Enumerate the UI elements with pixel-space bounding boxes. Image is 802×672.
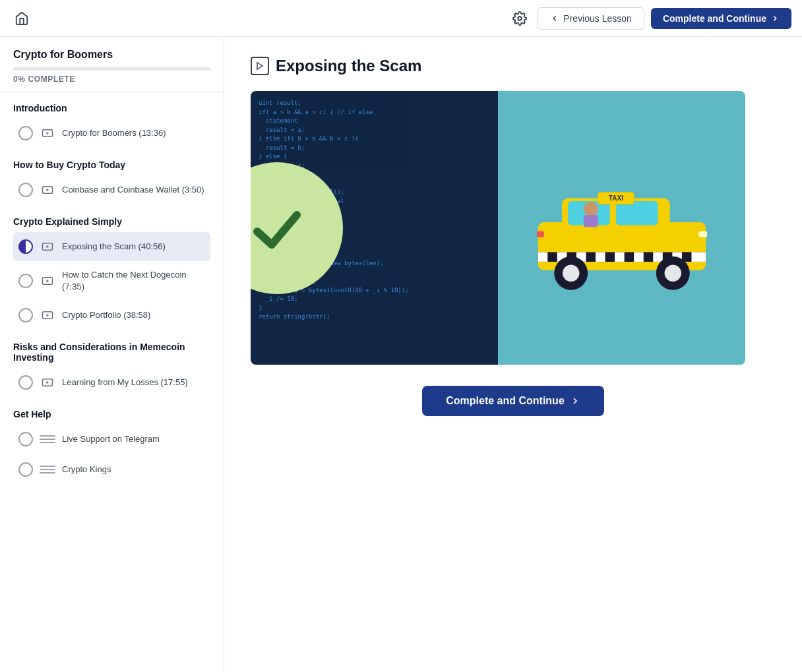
main-layout: Crypto for Boomers 0% COMPLETE Introduct… (0, 37, 802, 672)
video-thumbnail[interactable]: uint result; if( a > b && a > c) { // if… (251, 91, 745, 365)
lesson-label: Crypto Portfolio (38:58) (62, 309, 150, 321)
video-icon (40, 375, 55, 390)
svg-rect-23 (615, 252, 625, 262)
lesson-status-icon (18, 432, 33, 446)
section-title-introduction: Introduction (13, 103, 210, 113)
svg-rect-17 (615, 201, 658, 225)
lesson-item-next-dogecoin[interactable]: How to Catch the Next Dogecoin (7:35) (13, 262, 210, 299)
lesson-label: Crypto for Boomers (13:36) (62, 127, 166, 139)
svg-marker-6 (47, 245, 49, 249)
header: Previous Lesson Complete and Continue (0, 0, 802, 37)
previous-lesson-button[interactable]: Previous Lesson (538, 7, 644, 30)
progress-label: 0% COMPLETE (13, 75, 210, 84)
svg-rect-37 (536, 231, 543, 237)
home-button[interactable] (11, 7, 33, 30)
lesson-status-icon (18, 126, 33, 140)
svg-point-34 (583, 202, 598, 216)
section-get-help: Get Help Live Support on Telegram Crypto… (0, 398, 224, 499)
lesson-status-icon-half (18, 239, 33, 254)
lesson-item-losses[interactable]: Learning from My Losses (17:55) (13, 368, 210, 397)
lesson-label: How to Catch the Next Dogecoin (7:35) (62, 269, 205, 293)
lesson-item-crypto-kings[interactable]: Crypto Kings (13, 455, 210, 484)
section-how-to-buy: How to Buy Crypto Today Coinbase and Coi… (0, 149, 224, 204)
sidebar-header: Crypto for Boomers 0% COMPLETE (0, 37, 224, 92)
svg-rect-35 (583, 215, 598, 227)
header-right: Previous Lesson Complete and Continue (509, 7, 791, 30)
lesson-label-active: Exposing the Scam (40:56) (62, 241, 166, 253)
lesson-heading-icon (251, 57, 269, 75)
svg-marker-13 (257, 63, 262, 70)
lesson-label: Live Support on Telegram (62, 433, 160, 445)
complete-and-continue-button-header[interactable]: Complete and Continue (651, 8, 791, 29)
section-title-risks: Risks and Considerations in Memecoin Inv… (13, 342, 210, 363)
lines-icon (40, 462, 55, 477)
content-area: Exposing the Scam uint result; if( a > b… (224, 37, 802, 672)
section-title-explained: Crypto Explained Simply (13, 216, 210, 227)
video-icon (40, 182, 55, 198)
lesson-status-icon (18, 308, 33, 322)
lesson-item-coinbase[interactable]: Coinbase and Coinbase Wallet (3:50) (13, 175, 210, 204)
lesson-status-icon (18, 462, 33, 477)
lesson-label: Crypto Kings (62, 464, 111, 475)
complete-and-continue-button-main[interactable]: Complete and Continue (422, 386, 604, 416)
lesson-item-telegram[interactable]: Live Support on Telegram (13, 425, 210, 454)
lesson-status-icon (18, 183, 33, 197)
lesson-status-icon (18, 274, 33, 288)
progress-bar-track (13, 67, 210, 71)
section-crypto-explained: Crypto Explained Simply Exposing the Sca… (0, 206, 224, 330)
svg-point-0 (518, 16, 522, 20)
svg-marker-4 (47, 189, 49, 192)
lesson-heading: Exposing the Scam (251, 57, 776, 75)
section-risks: Risks and Considerations in Memecoin Inv… (0, 331, 224, 397)
lesson-label: Coinbase and Coinbase Wallet (3:50) (62, 184, 204, 196)
svg-marker-12 (47, 381, 49, 384)
video-icon (40, 307, 55, 323)
section-title-help: Get Help (13, 409, 210, 419)
taxi-svg: TAXI (523, 162, 721, 294)
svg-rect-22 (596, 252, 605, 262)
section-introduction: Introduction Crypto for Boomers (13:36) (0, 92, 224, 148)
svg-rect-36 (698, 231, 707, 237)
svg-point-29 (563, 264, 579, 281)
lesson-status-icon (18, 375, 33, 390)
sidebar: Crypto for Boomers 0% COMPLETE Introduct… (0, 37, 224, 672)
complete-button-center-container: Complete and Continue (251, 386, 776, 416)
header-left (11, 7, 33, 30)
thumbnail-right: TAXI (498, 91, 745, 365)
svg-marker-2 (47, 132, 49, 135)
lesson-item-crypto-portfolio[interactable]: Crypto Portfolio (38:58) (13, 301, 210, 330)
thumbnail-left: uint result; if( a > b && a > c) { // if… (251, 91, 498, 365)
video-icon (40, 125, 55, 141)
svg-rect-24 (634, 252, 644, 262)
svg-text:TAXI: TAXI (608, 195, 623, 202)
lesson-item-exposing-scam[interactable]: Exposing the Scam (40:56) (13, 232, 210, 261)
lines-icon (40, 431, 55, 447)
section-title-buy: How to Buy Crypto Today (13, 160, 210, 170)
svg-rect-19 (538, 252, 547, 262)
svg-point-31 (664, 264, 681, 281)
video-icon (40, 239, 55, 255)
svg-rect-27 (691, 252, 706, 262)
lesson-label: Learning from My Losses (17:55) (62, 377, 188, 388)
lesson-title: Exposing the Scam (276, 57, 421, 75)
settings-button[interactable] (509, 7, 531, 30)
course-title: Crypto for Boomers (13, 49, 210, 61)
svg-rect-25 (653, 252, 663, 262)
video-icon (40, 273, 55, 289)
lesson-item-crypto-for-boomers[interactable]: Crypto for Boomers (13:36) (13, 119, 210, 148)
svg-marker-8 (47, 280, 49, 283)
svg-marker-10 (47, 314, 49, 317)
